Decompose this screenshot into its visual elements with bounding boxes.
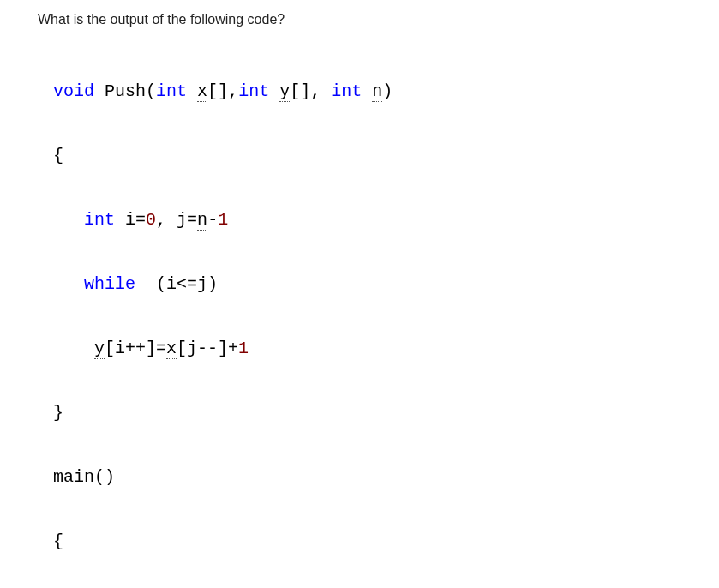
line-4: while (i<=j): [38, 273, 719, 295]
line-3: int i=0, j=n-1: [38, 209, 719, 231]
code-block: void Push(int x[],int y[], int n) { int …: [38, 38, 719, 588]
line-5: y[i++]=x[j--]+1: [38, 338, 719, 359]
line-8: {: [38, 531, 719, 552]
line-6: }: [38, 402, 719, 423]
line-2: {: [38, 145, 719, 166]
line-7: main(): [38, 466, 719, 488]
question-text: What is the output of the following code…: [38, 12, 719, 27]
line-1: void Push(int x[],int y[], int n): [38, 81, 719, 102]
